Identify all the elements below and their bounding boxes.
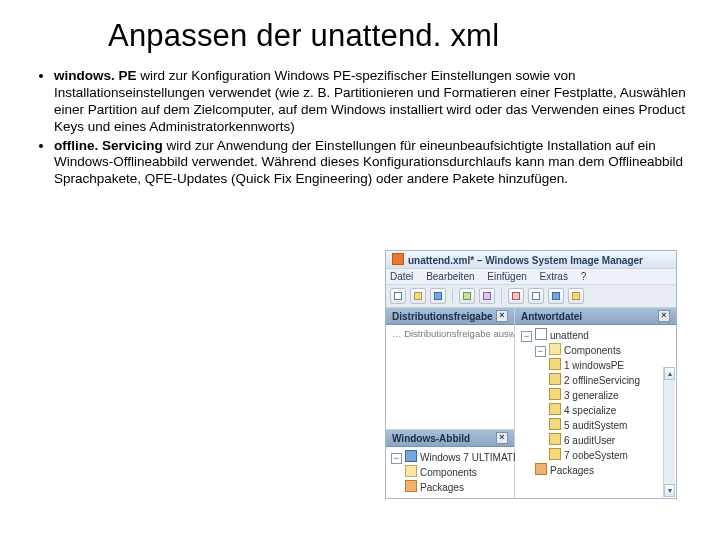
folder-icon: [405, 465, 417, 477]
image-pane: Windows-Abbild × −Windows 7 ULTIMATE Com…: [386, 429, 514, 498]
pass-icon: [549, 433, 561, 445]
tree-pass[interactable]: 3 generalize: [549, 388, 674, 403]
image-body: −Windows 7 ULTIMATE Components Packages: [386, 447, 514, 498]
tree-pass[interactable]: 4 specialize: [549, 403, 674, 418]
tree-packages[interactable]: Packages: [535, 463, 674, 478]
tree-label: 1 windowsPE: [564, 360, 624, 371]
package-icon: [535, 463, 547, 475]
window-titlebar: unattend.xml* – Windows System Image Man…: [386, 251, 676, 269]
menu-tools[interactable]: Extras: [540, 271, 568, 282]
pass-icon: [549, 388, 561, 400]
toolbar-button[interactable]: [528, 288, 544, 304]
toolbar-button[interactable]: [548, 288, 564, 304]
expand-icon[interactable]: −: [391, 453, 402, 464]
tree-root-unattend[interactable]: −unattend −Components 1 windowsPE 2 offl…: [521, 328, 674, 478]
toolbar-button[interactable]: [410, 288, 426, 304]
dist-share-header: Distributionsfreigabe ×: [386, 308, 514, 325]
image-header: Windows-Abbild ×: [386, 430, 514, 447]
menu-insert[interactable]: Einfügen: [487, 271, 526, 282]
dist-share-title: Distributionsfreigabe: [392, 311, 493, 322]
tree-label: unattend: [550, 330, 589, 341]
pass-icon: [549, 418, 561, 430]
tree-components[interactable]: −Components 1 windowsPE 2 offlineServici…: [535, 343, 674, 463]
image-title: Windows-Abbild: [392, 433, 470, 444]
answer-file-title: Antwortdatei: [521, 311, 582, 322]
close-icon[interactable]: ×: [658, 310, 670, 322]
pass-icon: [549, 373, 561, 385]
bullet-item: windows. PE wird zur Konfiguration Windo…: [54, 68, 692, 136]
pass-icon: [549, 448, 561, 460]
bullet-bold: offline. Servicing: [54, 138, 163, 153]
scrollbar[interactable]: ▴ ▾: [663, 367, 675, 497]
tree-pass[interactable]: 7 oobeSystem: [549, 448, 674, 463]
menu-help[interactable]: ?: [581, 271, 587, 282]
toolbar-separator: [501, 289, 502, 303]
tree-pass[interactable]: 2 offlineServicing: [549, 373, 674, 388]
tree-label: Components: [420, 467, 477, 478]
tree-label: Windows 7 ULTIMATE: [420, 452, 520, 463]
pass-icon: [549, 358, 561, 370]
answer-file-body: −unattend −Components 1 windowsPE 2 offl…: [515, 325, 676, 498]
app-icon: [392, 253, 404, 265]
dist-share-pane: Distributionsfreigabe × … Distributionsf…: [386, 308, 515, 498]
tree-label: 4 specialize: [564, 405, 616, 416]
menu-file[interactable]: Datei: [390, 271, 413, 282]
expand-icon[interactable]: −: [521, 331, 532, 342]
tree-label: Packages: [550, 465, 594, 476]
tree-label: 2 offlineServicing: [564, 375, 640, 386]
window-title: unattend.xml* – Windows System Image Man…: [408, 255, 643, 266]
tree-pass[interactable]: 1 windowsPE: [549, 358, 674, 373]
toolbar-button[interactable]: [568, 288, 584, 304]
tree-root-image[interactable]: −Windows 7 ULTIMATE Components Packages: [391, 450, 509, 495]
toolbar-button[interactable]: [390, 288, 406, 304]
tree-label: 3 generalize: [564, 390, 618, 401]
tree-label: 7 oobeSystem: [564, 450, 628, 461]
document-icon: [535, 328, 547, 340]
app-window: unattend.xml* – Windows System Image Man…: [385, 250, 677, 499]
bullet-text: wird zur Konfiguration Windows PE-spezif…: [54, 68, 686, 134]
tree-label: 5 auditSystem: [564, 420, 627, 431]
toolbar-button[interactable]: [479, 288, 495, 304]
toolbar: [386, 285, 676, 308]
bullet-item: offline. Servicing wird zur Anwendung de…: [54, 138, 692, 189]
close-icon[interactable]: ×: [496, 432, 508, 444]
scroll-up-icon[interactable]: ▴: [664, 367, 675, 380]
expand-icon[interactable]: −: [535, 346, 546, 357]
bullet-list: windows. PE wird zur Konfiguration Windo…: [28, 68, 692, 188]
menu-edit[interactable]: Bearbeiten: [426, 271, 474, 282]
tree-pass[interactable]: 5 auditSystem: [549, 418, 674, 433]
tree-item[interactable]: Components: [405, 465, 509, 480]
toolbar-button[interactable]: [459, 288, 475, 304]
menu-bar: Datei Bearbeiten Einfügen Extras ?: [386, 269, 676, 285]
toolbar-separator: [452, 289, 453, 303]
folder-icon: [549, 343, 561, 355]
scroll-down-icon[interactable]: ▾: [664, 484, 675, 497]
tree-item[interactable]: Packages: [405, 480, 509, 495]
answer-file-header: Antwortdatei ×: [515, 308, 676, 325]
dist-share-body[interactable]: … Distributionsfreigabe auswählen: [386, 325, 514, 429]
tree-label: Packages: [420, 482, 464, 493]
tree-label: 6 auditUser: [564, 435, 615, 446]
bullet-bold: windows. PE: [54, 68, 137, 83]
tree-label: Components: [564, 345, 621, 356]
answer-file-pane: Antwortdatei × −unattend −Components 1 w…: [515, 308, 676, 498]
toolbar-button[interactable]: [430, 288, 446, 304]
page-title: Anpassen der unattend. xml: [108, 18, 692, 54]
pass-icon: [549, 403, 561, 415]
close-icon[interactable]: ×: [496, 310, 508, 322]
windows-icon: [405, 450, 417, 462]
package-icon: [405, 480, 417, 492]
toolbar-button[interactable]: [508, 288, 524, 304]
tree-pass[interactable]: 6 auditUser: [549, 433, 674, 448]
